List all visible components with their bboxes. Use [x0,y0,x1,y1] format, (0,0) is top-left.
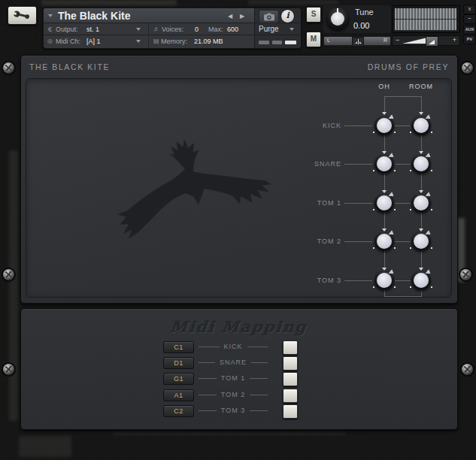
trigger-button-tom3[interactable] [283,404,298,419]
memory-value: 21.09 MB [194,38,223,45]
knob-tom3-room[interactable] [411,271,431,290]
next-instrument-icon[interactable]: ▶ [240,13,244,20]
note-button-d1[interactable]: D1 [163,357,194,369]
bus-label-room: ROOM [406,83,436,90]
volume-handle[interactable] [426,36,438,47]
meter-right [395,20,456,31]
texture-smudge [113,432,346,435]
panel-title-right: DRUMS OF PREY [368,62,449,71]
channel-label-tom1: TOM 1 [274,198,341,207]
snapshot-camera-button[interactable] [259,10,279,23]
midi-mapping-panel: Midi Mapping C1 KICK D1 SNARE G1 TOM 1 A… [20,308,458,430]
main-panel: THE BLACK KITE DRUMS OF PREY OH ROOM [20,55,458,304]
knob-snare-room[interactable] [411,154,431,174]
purge-meter [285,41,296,44]
mute-button[interactable]: M [306,32,321,47]
note-button-g1[interactable]: G1 [163,373,194,385]
volume-plus-label: + [453,36,456,44]
pan-left-label: L [327,38,330,43]
pan-right-label: R [384,38,387,43]
tune-value: 0.00 [353,21,369,30]
knob-tom2-room[interactable] [411,232,431,251]
trigger-button-snare[interactable] [283,356,298,371]
instrument-dropdown-icon[interactable] [48,14,53,17]
mapping-label-tom1: TOM 1 [221,374,245,382]
output-label: Output: [56,26,78,33]
max-label: Max: [208,26,223,33]
channel-label-kick: KICK [274,121,341,130]
pan-handle[interactable] [352,37,364,47]
texture-smudge [248,0,338,5]
wrench-icon [13,11,32,20]
texture-smudge [19,436,71,457]
knob-tom1-room[interactable] [411,193,431,213]
mapping-row: SNARE [199,358,268,367]
knob-tom1-oh[interactable] [374,193,394,213]
memory-icon: ▤ [153,38,159,44]
trigger-button-tom1[interactable] [283,372,298,386]
voices-label: Voices: [162,26,183,33]
voices-icon: ♬ [153,26,159,32]
panel-titlebar: THE BLACK KITE DRUMS OF PREY [29,56,449,77]
purge-meter [259,41,269,44]
screw [462,62,473,74]
output-jack-icon: € [48,26,52,33]
volume-minus-label: − [396,36,399,44]
prev-instrument-icon[interactable]: ◀ [228,13,232,20]
memory-label: Memory: [161,38,187,45]
knob-kick-oh[interactable] [374,116,394,135]
bus-label-oh: OH [369,83,399,90]
mapping-row: TOM 3 [199,406,268,415]
voices-value: 0 [195,26,199,33]
close-button[interactable]: x [463,5,476,14]
output-dropdown-icon[interactable] [136,28,141,31]
screw [3,364,14,375]
max-value: 600 [227,26,238,33]
camera-icon [264,13,274,21]
volume-ramp [402,38,427,44]
instrument-header: The Black Kite ◀ ▶ i € Output: st. 1 ♬ V… [43,8,301,49]
midi-dropdown-icon[interactable] [136,40,141,43]
pan-slider[interactable]: L R [323,36,391,46]
purge-meter [272,41,282,44]
purge-button[interactable]: Purge [259,25,279,33]
mapping-row: TOM 2 [199,390,268,399]
note-button-c2[interactable]: C2 [163,405,194,417]
screw [3,269,14,280]
volume-slider[interactable]: − + [392,35,460,46]
panel-title-left: THE BLACK KITE [29,62,110,71]
midi-ch-label: Midi Ch: [56,38,80,45]
trigger-button-kick[interactable] [283,340,298,355]
kontakt-instrument: The Black Kite ◀ ▶ i € Output: st. 1 ♬ V… [0,0,476,460]
screw [462,364,473,375]
info-button[interactable]: i [280,9,295,23]
screw [460,269,471,280]
pv-button[interactable]: PV [463,35,476,44]
edit-wrench-button[interactable] [8,6,37,25]
channel-label-snare: SNARE [274,159,341,168]
solo-button[interactable]: S [306,7,321,23]
mapping-label-kick: KICK [224,343,243,350]
tune-knob[interactable] [326,8,349,30]
channel-label-tom3: TOM 3 [274,276,341,285]
kite-bird-silhouette [98,132,278,244]
knob-tom3-oh[interactable] [374,271,394,290]
knob-snare-oh[interactable] [374,154,394,174]
aux-button[interactable]: AUX [463,25,476,35]
texture-smudge [41,0,177,5]
instrument-screen: OH ROOM [26,78,452,298]
midi-ch-value[interactable]: [A] 1 [86,38,101,45]
output-value[interactable]: st. 1 [86,26,99,33]
note-button-a1[interactable]: A1 [163,389,194,401]
note-button-c1[interactable]: C1 [163,341,194,353]
minimize-button[interactable]: − [463,14,476,24]
knob-kick-room[interactable] [411,116,431,135]
purge-dropdown-icon[interactable] [290,28,294,31]
pan-center-icon [355,39,362,44]
instrument-title: The Black Kite [58,10,130,22]
screw [3,62,14,74]
knob-tom2-oh[interactable] [374,232,394,251]
trigger-button-tom2[interactable] [283,389,298,403]
mapping-label-tom2: TOM 2 [221,391,245,398]
mapping-row: KICK [199,342,268,351]
